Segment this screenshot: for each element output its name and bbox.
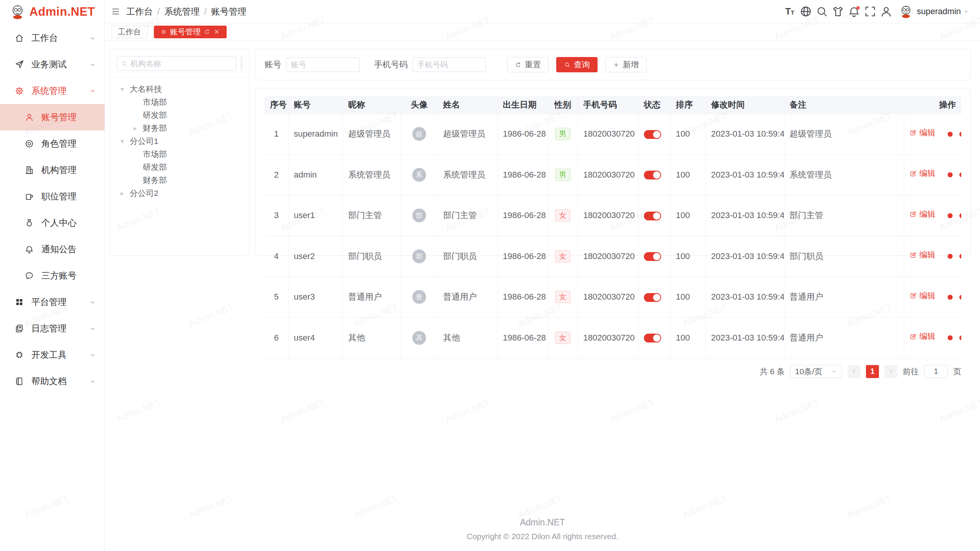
tree-node[interactable]: ▾大名科技: [117, 83, 242, 96]
org-more-button[interactable]: [241, 56, 242, 71]
refresh-icon[interactable]: [204, 29, 210, 35]
sidebar-item-profile[interactable]: 个人中心: [0, 210, 105, 236]
chevron-down-icon: [831, 368, 837, 375]
org-tree: ▾大名科技市场部研发部▸财务部▾分公司1市场部研发部财务部▸分公司2: [117, 83, 242, 200]
chevron-up-icon: [89, 88, 96, 95]
font-size-icon[interactable]: TT: [782, 5, 798, 18]
org-search-input[interactable]: [131, 59, 232, 68]
username[interactable]: superadmin: [917, 7, 961, 16]
account-input[interactable]: [286, 57, 359, 72]
cell-modified: 2023-01-03 10:59:44: [706, 236, 784, 277]
chevron-down-icon[interactable]: [963, 8, 969, 15]
cell-remark: 部门主管: [784, 195, 904, 236]
collapse-sidebar-icon[interactable]: [111, 7, 120, 16]
column-header-sex: 性别: [548, 96, 578, 114]
cell-name: 其他: [438, 318, 497, 359]
reset-button[interactable]: 重置: [507, 57, 549, 72]
more-actions-button[interactable]: [942, 318, 962, 358]
plus-icon: [613, 62, 619, 68]
tree-node-label: 财务部: [143, 175, 167, 186]
tab-account[interactable]: 账号管理: [154, 26, 227, 38]
phone-input[interactable]: [412, 57, 486, 72]
tab-workbench[interactable]: 工作台: [111, 26, 148, 38]
status-toggle[interactable]: [644, 212, 661, 220]
breadcrumb-item[interactable]: 系统管理: [164, 6, 199, 18]
caret-right-icon[interactable]: ▸: [134, 124, 143, 132]
refresh-icon: [515, 62, 521, 68]
tree-node[interactable]: 研发部: [117, 161, 242, 174]
sidebar-item-system-management[interactable]: 系统管理: [0, 78, 105, 104]
cell-status: [638, 318, 670, 359]
sidebar-item-organization[interactable]: 机构管理: [0, 157, 105, 183]
chevron-right-icon: [888, 368, 894, 375]
total-count: 共 6 条: [760, 366, 784, 377]
user-icon[interactable]: [878, 5, 894, 18]
search-button[interactable]: 查询: [556, 57, 598, 72]
fullscreen-icon[interactable]: [862, 5, 878, 18]
sidebar-item-docs[interactable]: 帮助文档: [0, 368, 105, 395]
cell-remark: 普通用户: [784, 318, 904, 359]
tree-node[interactable]: ▾分公司1: [117, 135, 242, 148]
more-actions-button[interactable]: [942, 114, 962, 155]
chat-icon: [24, 271, 34, 280]
status-toggle[interactable]: [644, 171, 661, 179]
sidebar-item-notice[interactable]: 通知公告: [0, 236, 105, 262]
more-actions-button[interactable]: [942, 196, 962, 236]
edit-button[interactable]: 编辑: [910, 127, 936, 138]
sidebar-item-label: 三方账号: [41, 270, 77, 282]
tree-node[interactable]: 市场部: [117, 148, 242, 161]
breadcrumb-item[interactable]: 工作台: [126, 6, 153, 18]
tree-node[interactable]: ▸财务部: [117, 122, 242, 135]
sidebar-item-workbench[interactable]: 工作台: [0, 25, 105, 51]
status-toggle[interactable]: [644, 252, 661, 261]
status-toggle[interactable]: [644, 334, 661, 342]
search-icon[interactable]: [814, 5, 830, 18]
sidebar-item-business-test[interactable]: 业务测试: [0, 51, 105, 78]
tree-node[interactable]: 财务部: [117, 174, 242, 187]
language-icon[interactable]: [798, 5, 814, 18]
sidebar-item-account[interactable]: 账号管理: [0, 104, 105, 130]
tree-node[interactable]: 市场部: [117, 96, 242, 109]
sidebar-item-position[interactable]: 职位管理: [0, 183, 105, 210]
caret-down-icon[interactable]: ▾: [121, 137, 130, 145]
cell-phone: 18020030720: [578, 236, 638, 277]
cell-name: 部门主管: [438, 195, 497, 236]
edit-button[interactable]: 编辑: [910, 168, 936, 179]
edit-button[interactable]: 编辑: [910, 290, 936, 301]
more-actions-button[interactable]: [942, 277, 962, 318]
tree-node[interactable]: 研发部: [117, 109, 242, 122]
sidebar-item-role[interactable]: 角色管理: [0, 130, 105, 157]
page-size-select[interactable]: 10条/页: [790, 365, 842, 378]
breadcrumb: 工作台/系统管理/账号管理: [126, 6, 247, 18]
edit-button[interactable]: 编辑: [910, 209, 936, 220]
page-number-1[interactable]: 1: [866, 365, 879, 378]
edit-button[interactable]: 编辑: [910, 249, 936, 260]
cell-name: 部门职员: [438, 236, 497, 277]
more-actions-button[interactable]: [942, 155, 962, 195]
app-logo: Admin.NET: [0, 0, 105, 23]
sidebar-item-devtools[interactable]: 开发工具: [0, 342, 105, 368]
edit-button[interactable]: 编辑: [910, 331, 936, 342]
sidebar-item-log[interactable]: 日志管理: [0, 315, 105, 342]
notification-icon[interactable]: [846, 5, 862, 18]
theme-icon[interactable]: [830, 5, 846, 18]
caret-right-icon[interactable]: ▸: [121, 189, 130, 197]
cell-birthday: 1986-06-28: [497, 318, 548, 359]
sidebar-item-third-party[interactable]: 三方账号: [0, 262, 105, 289]
goto-page-input[interactable]: [924, 365, 948, 378]
close-icon[interactable]: [214, 29, 220, 35]
tree-node[interactable]: ▸分公司2: [117, 187, 242, 200]
position-icon: [24, 192, 34, 201]
more-actions-button[interactable]: [942, 236, 962, 277]
prev-page-button[interactable]: [848, 365, 861, 378]
user-avatar[interactable]: [899, 5, 913, 19]
caret-down-icon[interactable]: ▾: [121, 85, 130, 93]
breadcrumb-item[interactable]: 账号管理: [211, 6, 247, 18]
add-button[interactable]: 新增: [605, 57, 647, 72]
status-toggle[interactable]: [644, 130, 661, 139]
chip-icon: [15, 350, 24, 360]
next-page-button[interactable]: [884, 365, 897, 378]
avatar: 系: [412, 168, 426, 182]
sidebar-item-platform[interactable]: 平台管理: [0, 289, 105, 315]
status-toggle[interactable]: [644, 293, 661, 302]
